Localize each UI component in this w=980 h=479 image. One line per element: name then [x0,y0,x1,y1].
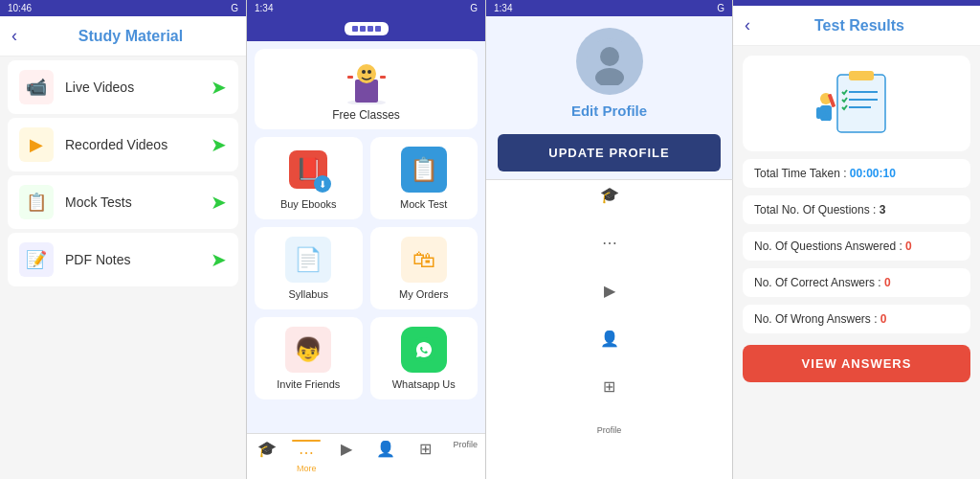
edit-profile-panel: 1:34 G Edit Profile Username Email Phone… [486,0,733,479]
my-orders-icon: 🛍 [401,237,447,283]
buy-ebooks-label: Buy Ebooks [280,198,337,210]
svg-point-4 [368,70,371,74]
study-material-panel: 10:46 G ‹ Study Material 📹 Live Videos ➤… [0,0,247,479]
page-title-1: Study Material [27,28,234,45]
arrow-mock-tests: ➤ [211,191,227,214]
header-1: ‹ Study Material [0,16,246,57]
grid-item-syllabus[interactable]: 📄 Syllabus [255,227,363,309]
menu-item-recorded-videos[interactable]: ▶ Recorded Videos ➤ [8,118,238,171]
svg-point-9 [600,47,619,66]
nav-3-home-icon: 🎓 [600,186,619,204]
nav-home[interactable]: 🎓 [247,440,287,473]
more-nav-icon: ⋯ [299,444,314,462]
result-correct-label: No. Of Correct Answers : [754,276,884,289]
home-nav-icon: 🎓 [257,440,277,458]
menu-item-mock-tests[interactable]: 📋 Mock Tests ➤ [8,175,238,229]
menu-item-pdf-notes[interactable]: 📝 PDF Notes ➤ [8,233,238,286]
nav-grid[interactable]: ⊞ [406,440,446,473]
status-bar-1: 10:46 G [0,0,246,16]
nav-3-videos-icon: ▶ [604,282,615,300]
profile-nav-label: Profile [453,440,478,449]
view-answers-button[interactable]: VIEW ANSWERS [743,345,970,382]
edit-profile-title: Edit Profile [486,103,732,126]
result-correct-value: 0 [884,276,891,289]
nav-profile-label[interactable]: Profile [446,440,486,473]
buy-ebooks-icon: 📕 ⬇ [285,147,331,193]
mock-tests-label: Mock Tests [65,194,211,210]
svg-rect-18 [816,107,821,119]
result-answered-label: No. Of Questions Answered : [754,240,905,253]
free-classes-illustration [338,57,395,104]
nav-3-profile-icon: 👤 [600,330,619,348]
result-wrong: No. Of Wrong Answers : 0 [743,305,970,333]
nav-3-grid-icon: ⊞ [603,377,615,396]
result-correct: No. Of Correct Answers : 0 [743,268,970,297]
nav-3-home[interactable]: 🎓 [486,186,732,234]
nav-3-profile[interactable]: 👤 [486,330,732,377]
grid-item-whatsapp-us[interactable]: Whatsapp Us [370,317,479,399]
free-classes-banner[interactable]: Free Classes [255,49,478,129]
result-total-label: Total No. Of Questions : [754,203,880,217]
nav-3-videos[interactable]: ▶ [486,282,732,330]
syllabus-label: Syllabus [288,288,328,300]
nav-3-profile-text: Profile [597,425,622,435]
bottom-nav-2: 🎓 ⋯ More ▶ 👤 ⊞ Profile [247,433,485,479]
nav-profile-icon[interactable]: 👤 [367,440,407,473]
invite-friends-label: Invite Friends [277,378,340,390]
icons-1: G [231,3,238,13]
my-orders-label: My Orders [399,288,448,300]
header-4: ‹ Test Results [733,6,980,46]
svg-rect-11 [837,75,885,132]
mock-test-label: Mock Test [400,198,447,210]
live-videos-icon: 📹 [19,70,54,104]
nav-more[interactable]: ⋯ More [287,440,327,473]
syllabus-icon: 📄 [285,237,331,283]
nav-3-profile-label[interactable]: Profile [486,425,732,473]
status-bar-3: 1:34 G [486,0,732,16]
nav-videos[interactable]: ▶ [326,440,367,473]
menu-item-live-videos[interactable]: 📹 Live Videos ➤ [8,60,238,114]
arrow-recorded-videos: ➤ [211,133,227,156]
live-videos-label: Live Videos [65,80,211,95]
home-grid-panel: 1:34 G Free Classes [247,0,486,479]
icons-3: G [717,3,724,13]
invite-friends-icon: 👦 [285,327,331,373]
back-button-1[interactable]: ‹ [11,26,17,46]
grid-toggle[interactable] [345,22,389,35]
result-total-questions: Total No. Of Questions : 3 [743,195,970,224]
grid-dot-1 [352,26,358,32]
results-illustration [743,56,970,151]
avatar [576,28,643,95]
grid-dot-2 [360,26,366,32]
page-title-4: Test Results [750,17,969,34]
top-bar-2 [247,16,485,41]
grid-item-buy-ebooks[interactable]: 📕 ⬇ Buy Ebooks [255,137,363,219]
svg-point-2 [357,64,376,83]
grid-dot-3 [368,26,373,32]
nav-3-grid[interactable]: ⊞ [486,377,732,425]
whatsapp-us-icon [401,327,447,373]
pdf-notes-icon: 📝 [19,242,54,277]
recorded-videos-icon: ▶ [19,127,54,162]
recorded-videos-label: Recorded Videos [65,137,211,152]
result-answered-value: 0 [905,240,912,253]
nav-more-indicator [292,440,321,442]
update-profile-button[interactable]: UPDATE PROFILE [498,134,721,171]
svg-rect-6 [380,76,386,79]
result-wrong-value: 0 [880,312,887,326]
result-time-taken: Total Time Taken : 00:00:10 [743,159,970,188]
whatsapp-us-label: Whatsapp Us [392,378,456,390]
grid-item-mock-test[interactable]: 📋 Mock Test [370,137,479,219]
free-classes-label: Free Classes [332,108,400,122]
test-results-panel: ‹ Test Results [733,0,980,479]
grid-dot-4 [375,26,381,32]
test-results-body: Total Time Taken : 00:00:10 Total No. Of… [733,46,980,479]
result-time-value: 00:00:10 [850,167,896,180]
grid-item-my-orders[interactable]: 🛍 My Orders [370,227,479,309]
time-2: 1:34 [255,3,273,13]
videos-nav-icon: ▶ [341,440,352,458]
time-1: 10:46 [8,3,32,13]
grid-item-invite-friends[interactable]: 👦 Invite Friends [255,317,363,399]
svg-rect-5 [347,76,353,79]
nav-3-more[interactable]: ⋯ [486,234,732,282]
